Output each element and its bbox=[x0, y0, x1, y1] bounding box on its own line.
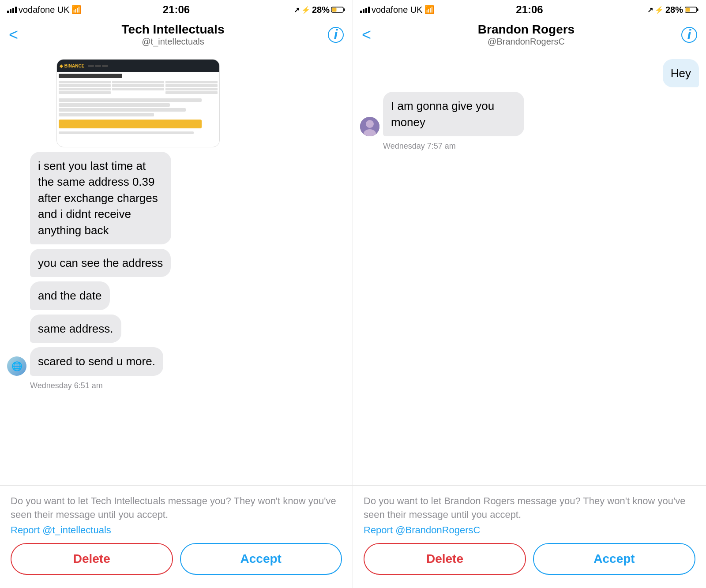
svg-rect-0 bbox=[7, 11, 9, 13]
battery-percent-left: 28% bbox=[312, 5, 330, 15]
chat-area-right: Hey I am gonna give you money Wednesday … bbox=[353, 50, 706, 485]
delete-button-left[interactable]: Delete bbox=[11, 543, 173, 575]
binance-row-1 bbox=[59, 98, 202, 102]
avatar-image-right bbox=[360, 117, 379, 136]
nav-title-right: Brandon Rogers bbox=[478, 22, 575, 37]
chat-area-left: ◆ BINANCE bbox=[0, 50, 353, 485]
nav-center-right: Brandon Rogers @BrandonRogersC bbox=[478, 22, 575, 47]
bluetooth-icon-left: ⚡ bbox=[301, 6, 310, 14]
bubble-4: same address. bbox=[30, 315, 121, 343]
avatar-left: 🌐 bbox=[7, 356, 26, 376]
timestamp-right: Wednesday 7:57 am bbox=[383, 142, 699, 151]
binance-row-3 bbox=[59, 108, 186, 112]
binance-col-1 bbox=[59, 81, 111, 94]
binance-col-3 bbox=[165, 81, 218, 94]
binance-logo: ◆ BINANCE bbox=[60, 64, 84, 68]
bubble-text-1: i sent you last time at the same address… bbox=[38, 159, 158, 237]
wifi-icon-right: 📶 bbox=[424, 5, 434, 15]
delete-button-right[interactable]: Delete bbox=[364, 543, 526, 575]
svg-rect-9 bbox=[365, 8, 367, 13]
message-row-3: and the date bbox=[7, 281, 345, 310]
binance-row-4 bbox=[59, 113, 154, 116]
info-button-right[interactable]: i bbox=[681, 27, 697, 43]
bubble-right-1: Hey bbox=[663, 59, 699, 87]
bubble-2: you can see the address bbox=[30, 249, 171, 277]
svg-rect-7 bbox=[360, 11, 362, 13]
bluetooth-icon-right: ⚡ bbox=[655, 6, 664, 14]
nav-subtitle-right: @BrandonRogersC bbox=[478, 37, 575, 47]
info-button-left[interactable]: i bbox=[328, 27, 344, 43]
binance-nav-dots bbox=[88, 65, 108, 67]
report-link-right[interactable]: Report @BrandonRogersC bbox=[364, 524, 695, 536]
cell-3 bbox=[59, 88, 111, 90]
svg-rect-5 bbox=[344, 8, 345, 11]
carrier-left: vodafone UK bbox=[19, 5, 70, 15]
binance-row-2 bbox=[59, 103, 170, 107]
wifi-icon-left: 📶 bbox=[71, 5, 81, 15]
svg-rect-1 bbox=[10, 9, 11, 13]
nav-dot-2 bbox=[95, 65, 101, 67]
svg-point-15 bbox=[366, 120, 374, 128]
back-button-left[interactable]: < bbox=[9, 26, 18, 44]
cell-10 bbox=[165, 88, 218, 90]
nav-subtitle-left: @t_intellectuals bbox=[122, 37, 225, 47]
battery-percent-right: 28% bbox=[665, 5, 683, 15]
prompt-text-right: Do you want to let Brandon Rogers messag… bbox=[364, 494, 695, 522]
svg-rect-8 bbox=[363, 9, 364, 13]
message-row-right-2: I am gonna give you money bbox=[360, 92, 699, 136]
binance-col-2 bbox=[112, 81, 164, 94]
nav-bar-left: < Tech Intellectuals @t_intellectuals i bbox=[0, 19, 353, 50]
carrier-right: vodafone UK bbox=[372, 5, 423, 15]
nav-center-left: Tech Intellectuals @t_intellectuals bbox=[122, 22, 225, 47]
timestamp-left: Wednesday 6:51 am bbox=[30, 381, 345, 390]
svg-rect-3 bbox=[15, 7, 17, 13]
report-link-left[interactable]: Report @t_intellectuals bbox=[11, 524, 342, 536]
battery-icon-left bbox=[331, 6, 345, 13]
accept-button-left[interactable]: Accept bbox=[180, 543, 342, 575]
accept-button-right[interactable]: Accept bbox=[533, 543, 695, 575]
spacer-1 bbox=[59, 95, 218, 97]
message-row-2: you can see the address bbox=[7, 249, 345, 277]
cell-7 bbox=[112, 88, 164, 90]
screenshot-thumb: ◆ BINANCE bbox=[56, 59, 220, 147]
avatar-right bbox=[360, 117, 379, 136]
status-left: vodafone UK 📶 bbox=[7, 5, 81, 15]
message-row-right-1: Hey bbox=[360, 59, 699, 87]
binance-cta-button bbox=[59, 120, 202, 128]
right-panel: vodafone UK 📶 21:06 ↗ ⚡ 28% < Brandon Ro… bbox=[353, 0, 706, 588]
binance-table bbox=[59, 81, 218, 94]
bubble-text-right-1: Hey bbox=[671, 67, 691, 80]
battery-icon-right bbox=[685, 6, 699, 13]
binance-title-row bbox=[59, 74, 122, 78]
time-right: 21:06 bbox=[516, 4, 543, 16]
screenshot-image-container: ◆ BINANCE bbox=[30, 59, 345, 147]
binance-header: ◆ BINANCE bbox=[57, 60, 219, 72]
cell-4 bbox=[59, 91, 111, 94]
nav-bar-right: < Brandon Rogers @BrandonRogersC i bbox=[353, 19, 706, 50]
signal-icon-right bbox=[360, 6, 370, 13]
svg-rect-6 bbox=[332, 8, 337, 12]
prompt-text-left: Do you want to let Tech Intellectuals me… bbox=[11, 494, 342, 522]
time-left: 21:06 bbox=[163, 4, 190, 16]
status-right-right-icons: ↗ ⚡ 28% bbox=[647, 5, 699, 15]
bubble-text-5: scared to send u more. bbox=[38, 355, 155, 368]
bubble-right-2: I am gonna give you money bbox=[383, 92, 524, 136]
location-icon-left: ↗ bbox=[294, 6, 300, 14]
message-row-4: same address. bbox=[7, 315, 345, 343]
action-buttons-right: Delete Accept bbox=[364, 543, 695, 575]
cell-6 bbox=[112, 84, 164, 87]
svg-rect-10 bbox=[368, 7, 370, 13]
message-row-5: 🌐 scared to send u more. bbox=[7, 347, 345, 375]
back-button-right[interactable]: < bbox=[362, 26, 371, 44]
message-row-1: i sent you last time at the same address… bbox=[7, 152, 345, 244]
location-icon-right: ↗ bbox=[647, 6, 653, 14]
cell-8 bbox=[165, 81, 218, 83]
status-bar-right: vodafone UK 📶 21:06 ↗ ⚡ 28% bbox=[353, 0, 706, 19]
nav-title-left: Tech Intellectuals bbox=[122, 22, 225, 37]
svg-rect-12 bbox=[697, 8, 698, 11]
binance-content bbox=[57, 72, 219, 147]
bubble-text-2: you can see the address bbox=[38, 256, 163, 270]
cell-9 bbox=[165, 84, 218, 87]
svg-rect-13 bbox=[686, 8, 690, 12]
action-buttons-left: Delete Accept bbox=[11, 543, 342, 575]
